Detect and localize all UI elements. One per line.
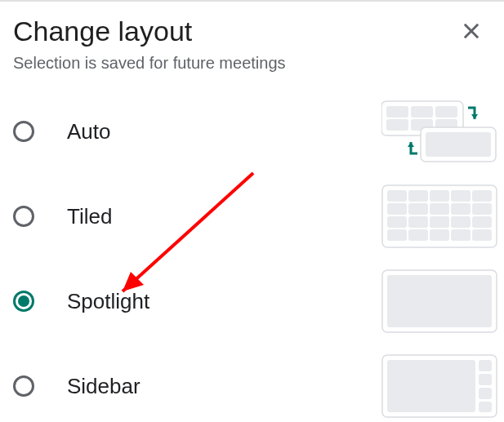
layout-option-label: Spotlight xyxy=(67,289,381,314)
svg-rect-40 xyxy=(479,388,492,399)
svg-rect-15 xyxy=(408,190,428,202)
dialog-title: Change layout xyxy=(13,16,192,47)
svg-rect-14 xyxy=(387,190,407,202)
preview-tiled-icon xyxy=(381,184,497,248)
svg-rect-31 xyxy=(430,229,449,241)
svg-rect-4 xyxy=(411,106,433,118)
radio-spotlight[interactable] xyxy=(13,291,34,312)
layout-option-label: Tiled xyxy=(67,204,381,229)
svg-rect-20 xyxy=(408,203,428,215)
svg-rect-37 xyxy=(387,360,475,412)
svg-rect-17 xyxy=(451,190,471,202)
svg-marker-12 xyxy=(408,142,414,147)
svg-rect-25 xyxy=(408,216,428,228)
svg-rect-10 xyxy=(426,132,491,157)
preview-spotlight-icon xyxy=(381,269,497,333)
svg-rect-28 xyxy=(472,216,492,228)
svg-rect-33 xyxy=(472,229,492,241)
svg-rect-16 xyxy=(430,190,449,202)
radio-sidebar[interactable] xyxy=(13,375,34,397)
radio-tiled[interactable] xyxy=(13,206,34,227)
svg-rect-22 xyxy=(451,203,471,215)
svg-rect-5 xyxy=(435,106,457,118)
layout-option-label: Auto xyxy=(67,119,381,144)
svg-rect-24 xyxy=(387,216,407,228)
svg-rect-6 xyxy=(386,119,408,131)
layout-option-tiled[interactable]: Tiled xyxy=(0,174,504,259)
close-button[interactable] xyxy=(452,11,491,51)
svg-rect-19 xyxy=(387,203,407,215)
svg-rect-3 xyxy=(386,106,408,118)
preview-sidebar-icon xyxy=(381,354,497,418)
layout-option-sidebar[interactable]: Sidebar xyxy=(0,344,504,422)
svg-rect-38 xyxy=(479,360,492,371)
svg-rect-26 xyxy=(430,216,449,228)
svg-marker-11 xyxy=(471,114,478,119)
svg-rect-29 xyxy=(387,229,407,241)
svg-rect-41 xyxy=(479,402,492,412)
close-icon xyxy=(460,20,483,42)
svg-rect-27 xyxy=(451,216,471,228)
layout-options: Auto Tiled xyxy=(0,89,504,422)
svg-rect-32 xyxy=(451,229,471,241)
svg-rect-30 xyxy=(408,229,428,241)
radio-auto[interactable] xyxy=(13,121,34,142)
svg-rect-21 xyxy=(430,203,449,215)
svg-rect-35 xyxy=(387,275,492,327)
preview-auto-icon xyxy=(381,100,497,163)
svg-rect-18 xyxy=(472,190,492,202)
svg-rect-39 xyxy=(479,374,492,385)
dialog-subtitle: Selection is saved for future meetings xyxy=(0,54,504,89)
layout-option-label: Sidebar xyxy=(67,374,381,399)
svg-rect-23 xyxy=(472,203,492,215)
layout-option-auto[interactable]: Auto xyxy=(0,89,504,174)
layout-option-spotlight[interactable]: Spotlight xyxy=(0,259,504,344)
